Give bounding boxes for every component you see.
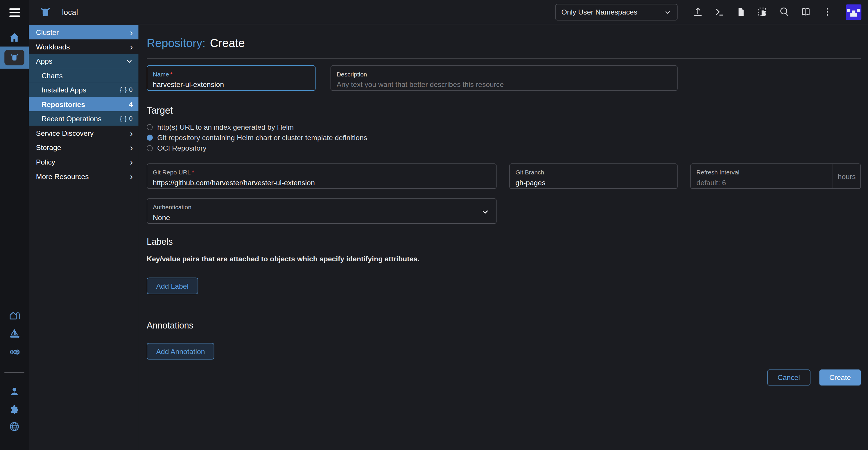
cancel-button[interactable]: Cancel [767, 369, 810, 386]
refresh-interval-field[interactable]: Refresh Interval default: 6 hours [690, 163, 861, 189]
sidebar-nav: Cluster› Workloads› Apps Charts Installe… [29, 24, 138, 450]
sidebar-item-cluster[interactable]: Cluster› [29, 25, 138, 39]
cluster-management-icon[interactable] [0, 345, 29, 358]
global-settings-icon[interactable] [0, 420, 29, 433]
user-avatar[interactable] [846, 4, 861, 20]
sidebar-item-installed-apps[interactable]: Installed Apps {-} 0 [29, 83, 138, 97]
page-title-action: Create [210, 37, 245, 50]
radio-oci-repository[interactable]: OCI Repository [147, 143, 861, 153]
chevron-right-icon: › [130, 143, 133, 152]
count-badge: 4 [129, 100, 133, 109]
git-branch-label: Git Branch [515, 169, 544, 176]
rancher-logo-icon [39, 5, 52, 19]
harvester-icon[interactable] [0, 308, 29, 322]
copy-kubeconfig-icon[interactable] [755, 5, 769, 19]
sidebar-item-storage[interactable]: Storage› [29, 140, 138, 155]
main-content: Repository:Create Name* Description Targ… [138, 24, 868, 450]
radio-selected-icon [147, 134, 153, 141]
add-label-button[interactable]: Add Label [147, 278, 198, 294]
sidebar-item-more-resources[interactable]: More Resources› [29, 169, 138, 183]
refresh-interval-label: Refresh Interval [696, 169, 739, 176]
refresh-interval-unit: hours [833, 164, 860, 188]
chevron-right-icon: › [130, 129, 133, 137]
create-button[interactable]: Create [819, 369, 861, 386]
form-actions: Cancel Create [147, 369, 861, 386]
annotations-heading: Annotations [147, 321, 861, 331]
sidebar-item-service-discovery[interactable]: Service Discovery› [29, 126, 138, 141]
chevron-down-icon [126, 57, 133, 64]
radio-icon [147, 124, 153, 130]
sidebar-item-workloads[interactable]: Workloads› [29, 39, 138, 54]
git-repo-url-field[interactable]: Git Repo URL* [147, 163, 496, 189]
name-field[interactable]: Name* [147, 65, 315, 91]
rail-divider [4, 372, 24, 373]
authentication-select[interactable]: Authentication None [147, 198, 496, 224]
description-input[interactable] [337, 80, 672, 89]
page-title: Repository:Create [147, 37, 861, 50]
left-icon-rail [0, 0, 29, 450]
radio-http-url[interactable]: http(s) URL to an index generated by Hel… [147, 122, 861, 132]
cluster-name: local [62, 7, 78, 16]
target-heading: Target [147, 105, 861, 116]
count-badge: {-} 0 [120, 86, 133, 93]
sidebar-item-apps[interactable]: Apps [29, 54, 138, 68]
git-repo-url-label: Git Repo URL* [153, 169, 194, 176]
docs-icon[interactable] [799, 5, 812, 19]
kubectl-shell-icon[interactable] [713, 5, 726, 19]
chevron-right-icon: › [130, 28, 133, 36]
title-divider [147, 58, 861, 59]
labels-heading: Labels [147, 237, 861, 247]
fleet-icon[interactable] [0, 327, 29, 340]
chevron-right-icon: › [130, 172, 133, 181]
git-branch-input[interactable] [515, 179, 671, 187]
sidebar-item-charts[interactable]: Charts [29, 68, 138, 83]
count-badge: {-} 0 [120, 115, 133, 122]
topbar-actions [691, 5, 834, 19]
hamburger-menu-icon[interactable] [0, 7, 29, 19]
sidebar-item-recent-operations[interactable]: Recent Operations {-} 0 [29, 111, 138, 126]
cow-icon [4, 50, 24, 65]
authentication-value: None [153, 213, 490, 222]
radio-git-repository[interactable]: Git repository containing Helm chart or … [147, 132, 861, 143]
description-field[interactable]: Description [331, 65, 678, 91]
import-yaml-icon[interactable] [691, 5, 704, 19]
chevron-down-icon [664, 8, 672, 16]
app-window: local Only User Namespaces [0, 0, 868, 450]
user-icon[interactable] [0, 385, 29, 398]
target-radio-group: http(s) URL to an index generated by Hel… [147, 122, 861, 153]
description-label: Description [337, 71, 367, 78]
kebab-menu-icon[interactable] [820, 5, 834, 19]
home-icon[interactable] [0, 31, 29, 44]
top-bar: local Only User Namespaces [29, 0, 868, 24]
download-kubeconfig-icon[interactable] [734, 5, 747, 19]
page-title-kind: Repository: [147, 37, 206, 50]
required-asterisk: * [192, 169, 194, 176]
labels-description: Key/value pairs that are attached to obj… [147, 255, 861, 263]
cluster-local-icon[interactable] [0, 47, 29, 69]
sidebar-item-repositories[interactable]: Repositories 4 [29, 97, 138, 111]
name-label: Name* [153, 71, 173, 78]
namespace-filter-dropdown[interactable]: Only User Namespaces [555, 3, 677, 20]
refresh-interval-input[interactable]: default: 6 [696, 179, 827, 187]
search-icon[interactable] [777, 5, 791, 19]
radio-icon [147, 145, 153, 151]
sidebar-item-policy[interactable]: Policy› [29, 155, 138, 169]
required-asterisk: * [170, 71, 173, 78]
namespace-filter-value: Only User Namespaces [561, 8, 637, 16]
chevron-right-icon: › [130, 42, 133, 51]
authentication-label: Authentication [153, 204, 191, 210]
git-repo-url-input[interactable] [153, 179, 490, 187]
add-annotation-button[interactable]: Add Annotation [147, 343, 214, 360]
name-input[interactable] [153, 80, 309, 89]
extensions-icon[interactable] [0, 403, 29, 417]
git-branch-field[interactable]: Git Branch [509, 163, 677, 189]
chevron-down-icon [481, 208, 490, 216]
chevron-right-icon: › [130, 157, 133, 166]
